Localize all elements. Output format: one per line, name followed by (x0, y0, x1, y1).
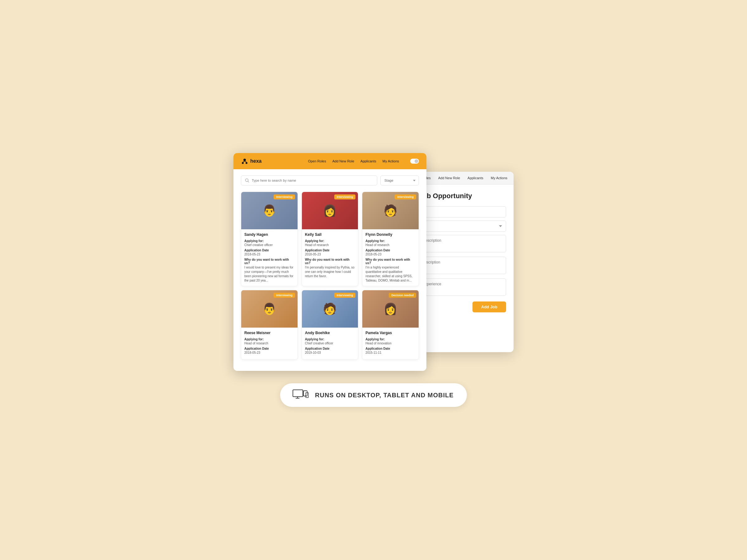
main-app-window: hexa Open Roles Add New Role Applicants … (233, 153, 427, 371)
add-job-button[interactable]: Add Job (472, 301, 506, 312)
application-date-label: Application Date (365, 248, 415, 252)
why-answer: I would love to present my ideas for you… (244, 265, 294, 283)
application-date-value: 2015-11-11 (365, 351, 415, 354)
applying-for-value: Head of research (365, 243, 415, 247)
svg-point-2 (246, 162, 248, 164)
back-nav-add-new-role[interactable]: Add New Role (438, 176, 460, 180)
application-date-label: Application Date (305, 248, 355, 252)
logo: hexa (241, 157, 261, 165)
applying-for-label: Applying for: (244, 338, 294, 341)
applying-for-label: Applying for: (305, 239, 355, 243)
main-content: Stage Interviewing Decision needed 👨 Int… (233, 169, 427, 371)
search-icon (245, 178, 249, 183)
svg-line-3 (243, 161, 244, 162)
nav-toggle[interactable] (410, 159, 419, 164)
applying-for-label: Applying for: (305, 338, 355, 341)
application-date-value: 2018-05-23 (305, 252, 355, 256)
devices-svg (292, 390, 309, 401)
applying-for-label: Applying for: (244, 239, 294, 243)
top-navigation: hexa Open Roles Add New Role Applicants … (233, 153, 427, 169)
application-date-value: 2019-10-03 (305, 351, 355, 354)
scene: Open Roles Add New Role Applicants My Ac… (233, 153, 514, 371)
applicant-name: Kelly Sall (305, 232, 355, 237)
application-date-label: Application Date (305, 347, 355, 350)
why-answer: I'm a highly experienced quantitative an… (365, 265, 415, 283)
status-badge: Interviewing (395, 194, 416, 199)
why-answer: I'm personally inspired by Pythia, so on… (305, 265, 355, 278)
application-date-label: Application Date (244, 248, 294, 252)
card-photo-wrap: 👨 Interviewing (241, 290, 298, 328)
card-body: Reese Meisner Applying for: Head of rese… (241, 328, 298, 359)
status-badge: Interviewing (274, 293, 295, 298)
card-body: Kelly Sall Applying for: Head of researc… (302, 229, 358, 282)
applicant-card[interactable]: 🧑 Interviewing Flynn Donnelly Applying f… (362, 192, 419, 286)
card-body: Andy Boehlke Applying for: Chief creativ… (302, 328, 358, 359)
card-body: Flynn Donnelly Applying for: Head of res… (362, 229, 419, 286)
status-badge: Interviewing (334, 293, 356, 298)
nav-open-roles[interactable]: Open Roles (308, 159, 326, 163)
nav-applicants[interactable]: Applicants (360, 159, 376, 163)
why-label: Why do you want to work with us? (305, 258, 355, 265)
devices-icon (292, 390, 309, 401)
nav-links: Open Roles Add New Role Applicants My Ac… (308, 159, 419, 164)
card-photo-wrap: 👩 Decision needed (362, 290, 419, 328)
svg-point-5 (246, 179, 248, 182)
application-date-label: Application Date (244, 347, 294, 350)
card-body: Pamela Vargas Applying for: Head of inno… (362, 328, 419, 359)
svg-rect-7 (293, 390, 303, 397)
card-body: Sandy Hagen Applying for: Chief creative… (241, 229, 298, 286)
application-date-value: 2018-05-23 (244, 252, 294, 256)
logo-icon (241, 157, 248, 165)
svg-line-4 (244, 161, 247, 162)
search-bar: Stage Interviewing Decision needed (241, 176, 419, 185)
why-label: Why do you want to work with us? (365, 258, 415, 265)
svg-rect-11 (304, 391, 307, 396)
svg-point-14 (307, 397, 308, 398)
card-photo-wrap: 🧑 Interviewing (302, 290, 358, 328)
applying-for-label: Applying for: (365, 338, 415, 341)
card-photo-wrap: 👨 Interviewing (241, 192, 298, 229)
search-input[interactable] (252, 179, 373, 182)
back-nav-my-actions[interactable]: My Actions (491, 176, 507, 180)
status-badge: Interviewing (334, 194, 356, 199)
applying-for-value: Head of research (305, 243, 355, 247)
svg-line-6 (248, 181, 249, 183)
stage-select[interactable]: Stage Interviewing Decision needed (380, 176, 419, 185)
applicant-name: Sandy Hagen (244, 232, 294, 237)
applying-for-value: Chief creative officer (305, 342, 355, 345)
card-photo-wrap: 🧑 Interviewing (362, 192, 419, 229)
applicant-name: Andy Boehlke (305, 331, 355, 335)
nav-add-new-role[interactable]: Add New Role (332, 159, 354, 163)
applicant-card[interactable]: 👩 Interviewing Kelly Sall Applying for: … (302, 192, 359, 286)
application-date-value: 2018-05-23 (365, 252, 415, 256)
applicant-card[interactable]: 👩 Decision needed Pamela Vargas Applying… (362, 290, 419, 359)
search-input-wrap (241, 176, 377, 185)
status-badge: Decision needed (389, 293, 416, 298)
applicant-card[interactable]: 👨 Interviewing Sandy Hagen Applying for:… (241, 192, 298, 286)
applying-for-value: Chief creative officer (244, 243, 294, 247)
status-badge: Interviewing (274, 194, 295, 199)
applying-for-value: Head of innovation (365, 342, 415, 345)
applicant-name: Flynn Donnelly (365, 232, 415, 237)
applicant-card[interactable]: 🧑 Interviewing Andy Boehlke Applying for… (302, 290, 359, 359)
why-label: Why do you want to work with us? (244, 258, 294, 265)
application-date-label: Application Date (365, 347, 415, 350)
applying-for-value: Head of research (244, 342, 294, 345)
nav-my-actions[interactable]: My Actions (383, 159, 399, 163)
svg-point-1 (242, 162, 244, 164)
applicant-card[interactable]: 👨 Interviewing Reese Meisner Applying fo… (241, 290, 298, 359)
banner-text: RUNS ON DESKTOP, TABLET AND MOBILE (315, 392, 454, 399)
card-photo-wrap: 👩 Interviewing (302, 192, 358, 229)
back-nav-applicants[interactable]: Applicants (467, 176, 483, 180)
bottom-banner: RUNS ON DESKTOP, TABLET AND MOBILE (280, 383, 467, 407)
applicant-name: Reese Meisner (244, 331, 294, 335)
logo-text: hexa (250, 158, 261, 164)
applicants-grid: 👨 Interviewing Sandy Hagen Applying for:… (241, 192, 419, 359)
applying-for-label: Applying for: (365, 239, 415, 243)
applicant-name: Pamela Vargas (365, 331, 415, 335)
application-date-value: 2018-05-23 (244, 351, 294, 354)
svg-point-0 (243, 159, 246, 161)
